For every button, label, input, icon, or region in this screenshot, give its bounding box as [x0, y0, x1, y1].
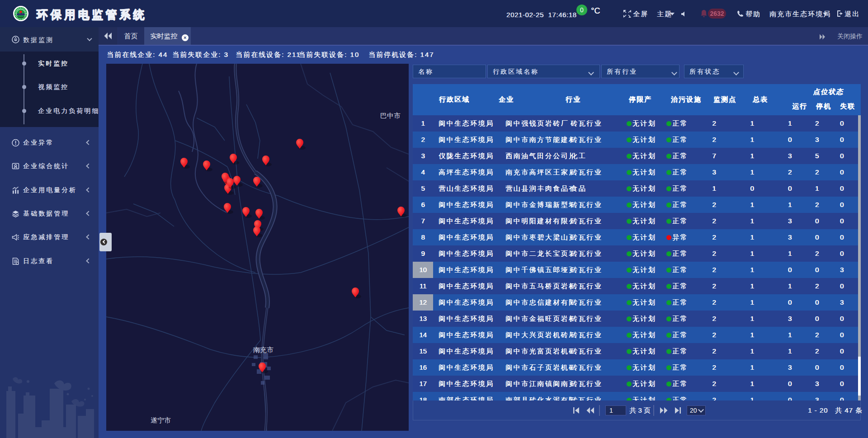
svg-text:遂宁市: 遂宁市	[151, 416, 171, 424]
svg-text:南充市: 南充市	[253, 346, 274, 353]
svg-text:巴中市: 巴中市	[380, 112, 401, 119]
